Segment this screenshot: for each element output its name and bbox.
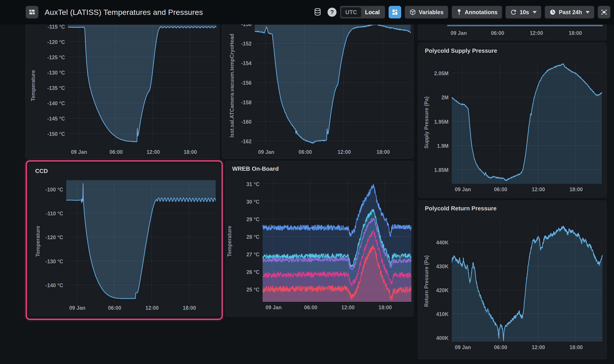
y-tick-label: -162 (241, 139, 252, 145)
annotations-label: Annotations (465, 9, 498, 15)
kiosk-mode-button[interactable] (598, 6, 610, 18)
y-axis-label: lsst.sal.ATCamera.vacuum.tempCryoHead (229, 34, 235, 137)
y-tick-label: -135 °C (47, 85, 65, 91)
x-tick-label: 09 Jan (69, 305, 85, 311)
panel-title[interactable]: WREB On-Board (232, 165, 279, 172)
annotations-button[interactable]: Annotations (452, 6, 502, 18)
y-tick-label: 410K (436, 311, 449, 317)
x-tick-label: 18:00 (570, 186, 583, 193)
x-tick-label: 18:00 (184, 149, 197, 155)
y-tick-label: -120 °C (47, 39, 65, 45)
y-tick-label: 28 °C (246, 234, 259, 240)
timezone-utc-option[interactable]: UTC (341, 7, 361, 17)
x-tick-label: 12:00 (532, 344, 545, 351)
add-panel-button[interactable] (388, 6, 401, 18)
y-tick-label: 2M (441, 95, 449, 101)
y-tick-label: -140 °C (46, 282, 63, 288)
variables-button[interactable]: Variables (405, 6, 448, 18)
y-tick-label: -156 (241, 80, 252, 86)
x-tick-label: 09 Jan (71, 149, 87, 155)
panel-polycold-supply-pressure[interactable]: Polycold Supply Pressure Supply Pressure… (418, 43, 607, 198)
datasource-button[interactable] (311, 6, 324, 18)
panel-ccd[interactable]: CCD Temperature -100 °C-110 °C-120 °C-13… (28, 163, 221, 317)
y-tick-label: -100 °C (46, 187, 63, 193)
x-tick-label: 09 Jan (455, 186, 471, 193)
refresh-icon (510, 9, 517, 15)
y-tick-label: 29 °C (246, 216, 259, 222)
time-series-chart[interactable] (452, 61, 603, 184)
x-tick-label: 18:00 (570, 344, 583, 351)
y-tick-label: 420K (436, 287, 449, 293)
chevron-down-icon (586, 11, 590, 13)
time-range-button[interactable]: Past 24h (545, 6, 594, 18)
panel-temperature-top-left[interactable]: Temperature -115 °C-120 °C-125 °C-130 °C… (26, 13, 220, 158)
time-series-chart[interactable] (452, 221, 603, 342)
refresh-interval-label: 10s (520, 9, 529, 15)
y-axis-label: Temperature (35, 226, 41, 257)
x-tick-label: 12:00 (145, 305, 159, 311)
x-tick-label: 09 Jan (266, 305, 282, 311)
dashboards-grid-button[interactable] (26, 6, 38, 18)
y-tick-label: 430K (436, 263, 449, 269)
y-tick-label: 1.95M (434, 119, 449, 125)
x-tick-label: 12:00 (530, 30, 543, 36)
clock-icon (549, 9, 556, 15)
x-tick-label: 12:00 (341, 305, 355, 311)
help-icon[interactable]: ? (328, 8, 336, 17)
y-tick-label: 1.9M (437, 143, 449, 149)
panel-polycold-return-pressure[interactable]: Polycold Return Pressure Return Pressure… (418, 200, 607, 359)
y-tick-label: -125 °C (47, 54, 65, 60)
panel-cryo-head[interactable]: lsst.sal.ATCamera.vacuum.tempCryoHead -1… (222, 13, 414, 158)
y-tick-label: -130 °C (46, 258, 63, 264)
time-series-chart[interactable] (68, 25, 216, 146)
y-tick-label: 30 °C (246, 199, 259, 205)
time-series-chart[interactable] (255, 25, 411, 146)
time-series-chart[interactable] (447, 24, 603, 27)
y-axis-label: Temperature (227, 226, 233, 257)
panel-wreb-on-board[interactable]: WREB On-Board Temperature 31 °C30 °C29 °… (226, 161, 414, 317)
time-series-chart[interactable] (66, 180, 216, 302)
x-tick-label: 18:00 (378, 305, 392, 311)
y-tick-label: -130 °C (47, 70, 65, 76)
x-tick-label: 12:00 (532, 186, 545, 193)
x-tick-label: 18:00 (377, 149, 390, 155)
x-tick-label: 06:00 (108, 305, 121, 311)
x-tick-label: 09 Jan (258, 149, 274, 155)
x-tick-label: 06:00 (109, 149, 123, 155)
y-tick-label: -150 °C (47, 131, 65, 137)
timezone-toggle[interactable]: UTC Local (340, 6, 385, 18)
timezone-local-option[interactable]: Local (361, 7, 384, 17)
y-tick-label: -158 (241, 99, 252, 105)
panel-title[interactable]: Polycold Supply Pressure (425, 47, 497, 54)
y-axis-label: Temperature (30, 70, 36, 101)
dashboard-title: AuxTel (LATISS) Temperatures and Pressur… (45, 8, 203, 17)
x-tick-label: 18:00 (183, 305, 196, 311)
x-tick-label: 09 Jan (455, 344, 471, 351)
panel-title[interactable]: Polycold Return Pressure (425, 205, 496, 212)
y-tick-label: 400K (436, 335, 449, 341)
navbar: AuxTel (LATISS) Temperatures and Pressur… (0, 0, 614, 24)
annotation-pin-icon (456, 9, 462, 15)
cube-icon (409, 9, 416, 15)
y-tick-label: 27 °C (246, 251, 259, 258)
x-tick-label: 09 Jan (451, 30, 467, 36)
y-tick-label: -115 °C (48, 24, 65, 30)
y-tick-label: 26 °C (246, 269, 259, 275)
fullscreen-icon (601, 9, 607, 15)
y-tick-label: 25 °C (246, 286, 259, 293)
x-tick-label: 06:00 (304, 305, 317, 311)
refresh-interval-button[interactable]: 10s (506, 6, 541, 18)
x-tick-label: 06:00 (494, 186, 507, 193)
y-tick-label: -152 (241, 41, 252, 47)
x-tick-label: 06:00 (494, 344, 507, 351)
dashboard-page: Temperature -115 °C-120 °C-125 °C-130 °C… (0, 0, 614, 364)
y-tick-label: -120 °C (46, 234, 63, 241)
y-tick-label: -140 °C (47, 100, 65, 106)
panel-title[interactable]: CCD (35, 168, 48, 175)
add-panel-icon (391, 9, 398, 15)
time-series-chart[interactable] (263, 180, 411, 302)
x-tick-label: 18:00 (569, 30, 582, 36)
y-tick-label: -160 (241, 119, 252, 125)
y-tick-label: 440K (436, 239, 449, 246)
y-tick-label: 31 °C (246, 181, 259, 187)
